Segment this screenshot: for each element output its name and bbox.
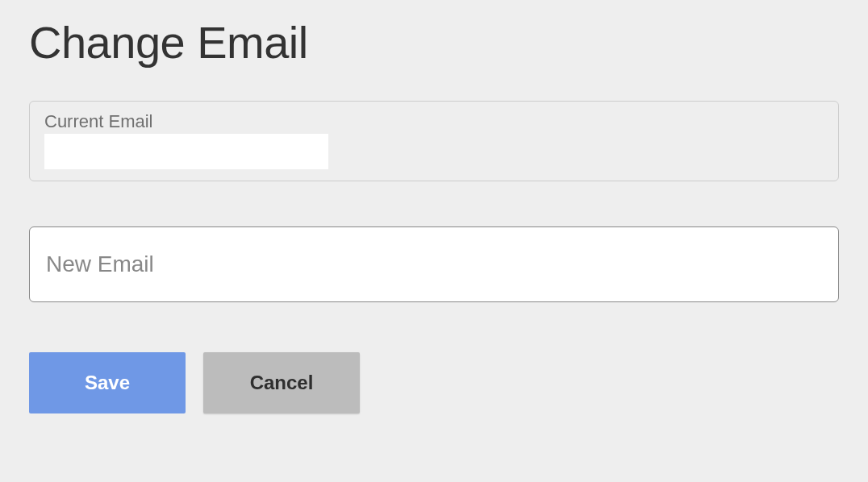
- page-title: Change Email: [29, 16, 839, 69]
- new-email-input[interactable]: [29, 226, 839, 302]
- cancel-button[interactable]: Cancel: [203, 352, 360, 413]
- current-email-container: Current Email: [29, 101, 839, 181]
- save-button[interactable]: Save: [29, 352, 186, 413]
- button-row: Save Cancel: [29, 352, 839, 413]
- current-email-label: Current Email: [44, 111, 824, 132]
- current-email-value: [44, 134, 328, 169]
